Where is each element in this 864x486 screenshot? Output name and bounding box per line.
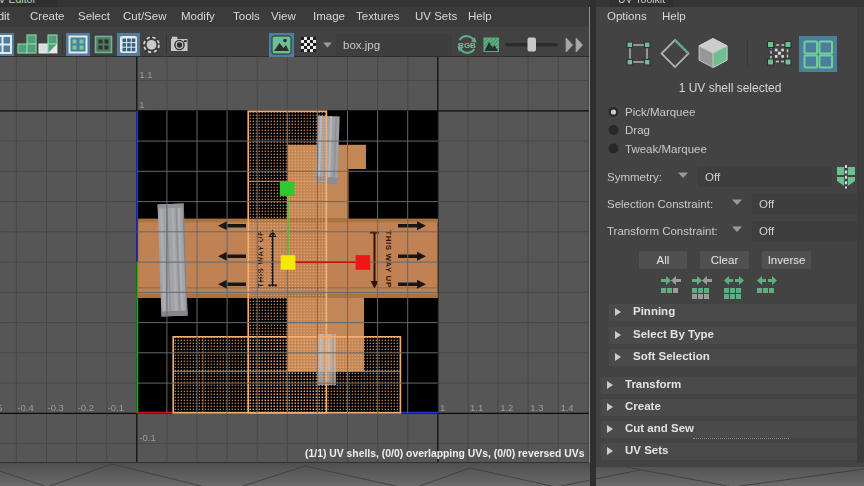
svg-text:1: 1: [139, 99, 144, 110]
svg-text:1: 1: [440, 402, 445, 413]
svg-text:1.3: 1.3: [530, 402, 543, 413]
svg-text:-0.3: -0.3: [48, 402, 64, 413]
svg-text:-0.2: -0.2: [78, 402, 94, 413]
svg-text:-0.1: -0.1: [108, 402, 124, 413]
svg-text:box.jpg: box.jpg: [343, 39, 380, 51]
svg-text:1.1: 1.1: [139, 69, 152, 80]
svg-text:1.1: 1.1: [470, 402, 483, 413]
svg-text:THIS WAY UP: THIS WAY UP: [384, 230, 393, 288]
svg-text:1.2: 1.2: [500, 402, 513, 413]
svg-text:(1/1) UV shells, (0/0) overlap: (1/1) UV shells, (0/0) overlapping UVs, …: [305, 448, 585, 459]
svg-text:-0.1: -0.1: [139, 432, 155, 443]
svg-text:-0.5: -0.5: [0, 402, 2, 413]
svg-text:1.4: 1.4: [560, 402, 573, 413]
svg-text:RGB: RGB: [458, 41, 476, 50]
svg-text:-0.4: -0.4: [17, 402, 33, 413]
